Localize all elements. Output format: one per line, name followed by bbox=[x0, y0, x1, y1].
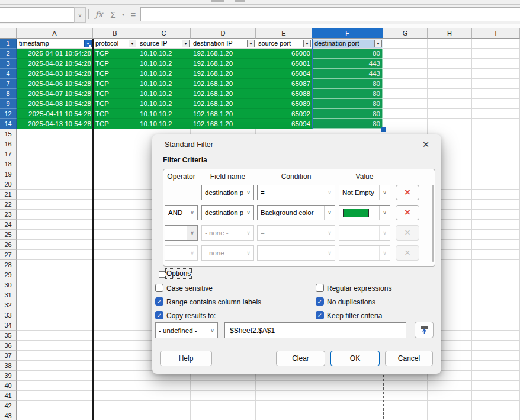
cell-destination_port[interactable]: 80 bbox=[312, 99, 383, 109]
autofilter-icon-C[interactable]: ▼ bbox=[182, 40, 190, 47]
cell-timestamp[interactable]: 2025-04-08 10:54:28 bbox=[17, 99, 93, 109]
row-header-14[interactable]: 14 bbox=[0, 119, 17, 129]
row-header-2[interactable]: 2 bbox=[0, 49, 17, 59]
row-header-26[interactable]: 26 bbox=[0, 240, 17, 250]
cell-protocol[interactable]: TCP bbox=[93, 59, 137, 69]
cell-source_port[interactable]: 65084 bbox=[256, 69, 312, 79]
collapse-icon[interactable] bbox=[159, 271, 165, 278]
field-name-select-2[interactable]: destination p ∨ bbox=[201, 205, 254, 220]
column-header-H[interactable]: H bbox=[428, 28, 472, 39]
cell-source_ip[interactable]: 10.10.10.2 bbox=[137, 59, 191, 69]
chevron-down-icon[interactable]: ∨ bbox=[379, 246, 390, 260]
chevron-down-icon[interactable]: ∨ bbox=[243, 246, 253, 260]
cell-source_port[interactable]: 65094 bbox=[256, 119, 312, 129]
cell-destination_port[interactable]: 80 bbox=[312, 119, 383, 129]
row-header-25[interactable]: 25 bbox=[0, 230, 17, 240]
row-header-42[interactable]: 42 bbox=[0, 401, 17, 411]
cell-timestamp[interactable]: 2025-04-13 10:54:28 bbox=[17, 119, 93, 129]
row-header-41[interactable]: 41 bbox=[0, 391, 17, 401]
row-header-40[interactable]: 40 bbox=[0, 381, 17, 391]
cell-protocol[interactable]: TCP bbox=[93, 89, 137, 99]
copy-target-input[interactable] bbox=[224, 322, 406, 338]
field-name-select-1[interactable]: destination p ∨ bbox=[201, 185, 254, 200]
row-header-29[interactable]: 29 bbox=[0, 270, 17, 280]
field-name-select-4[interactable]: - none - ∨ bbox=[201, 245, 254, 261]
cancel-button[interactable]: Cancel bbox=[385, 351, 433, 366]
checkbox-range-contains-column-labels[interactable]: ✓ bbox=[155, 297, 163, 306]
row-header-31[interactable]: 31 bbox=[0, 290, 17, 300]
column-header-E[interactable]: E bbox=[256, 28, 312, 39]
value-color-select-2[interactable]: ∨ bbox=[339, 205, 390, 220]
row-header-38[interactable]: 38 bbox=[0, 361, 17, 371]
condition-select-3[interactable]: = ∨ bbox=[257, 225, 335, 241]
options-expander-label[interactable]: Options bbox=[166, 270, 191, 278]
row-header-17[interactable]: 17 bbox=[0, 149, 17, 159]
operator-select-2[interactable]: AND ∨ bbox=[165, 205, 198, 220]
cell-source_port[interactable]: 65080 bbox=[256, 49, 312, 59]
column-header-B[interactable]: B bbox=[93, 28, 137, 39]
cell-timestamp[interactable]: 2025-04-06 10:54:28 bbox=[17, 79, 93, 89]
name-box-dropdown-icon[interactable]: ∨ bbox=[74, 7, 86, 23]
autofilter-icon-B[interactable]: ▼ bbox=[129, 40, 136, 47]
cell-source_port[interactable]: 65088 bbox=[256, 89, 312, 99]
autofilter-icon-D[interactable]: ▼ bbox=[247, 40, 255, 47]
condition-select-1[interactable]: = ∨ bbox=[257, 185, 335, 200]
cell-source_port[interactable]: 65087 bbox=[256, 79, 312, 89]
row-header-3[interactable]: 3 bbox=[0, 59, 17, 69]
cell-timestamp[interactable]: 2025-04-01 10:54:28 bbox=[17, 49, 93, 59]
row-header-39[interactable]: 39 bbox=[0, 371, 17, 381]
row-header-18[interactable]: 18 bbox=[0, 159, 17, 169]
cell-timestamp[interactable]: 2025-04-07 10:54:28 bbox=[17, 89, 93, 99]
column-header-D[interactable]: D bbox=[191, 28, 256, 39]
chevron-down-icon[interactable]: ∨ bbox=[379, 185, 390, 200]
chevron-down-icon[interactable]: ∨ bbox=[325, 246, 335, 260]
column-header-C[interactable]: C bbox=[137, 28, 191, 39]
header-cell-C[interactable]: source IP▼ bbox=[137, 39, 191, 49]
checkbox-case-sensitive[interactable] bbox=[155, 284, 163, 292]
cell-destination_port[interactable]: 443 bbox=[312, 69, 383, 79]
help-button[interactable]: Help bbox=[160, 351, 212, 366]
chevron-down-icon[interactable]: ∨ bbox=[187, 246, 197, 260]
cell-destination_port[interactable]: 80 bbox=[312, 49, 383, 59]
cell-destination_port[interactable]: 80 bbox=[312, 109, 383, 119]
fill-handle[interactable] bbox=[381, 127, 386, 132]
cell-protocol[interactable]: TCP bbox=[93, 109, 137, 119]
cell-timestamp[interactable]: 2025-04-03 10:54:28 bbox=[17, 69, 93, 79]
cell-destination_port[interactable]: 80 bbox=[312, 79, 383, 89]
chevron-down-icon[interactable]: ∨ bbox=[379, 226, 390, 240]
row-header-12[interactable]: 12 bbox=[0, 109, 17, 119]
chevron-down-icon[interactable]: ∨ bbox=[325, 185, 335, 200]
cell-destination_ip[interactable]: 192.168.1.20 bbox=[191, 49, 256, 59]
row-header-37[interactable]: 37 bbox=[0, 351, 17, 361]
cell-source_port[interactable]: 65081 bbox=[256, 59, 312, 69]
cell-destination_ip[interactable]: 192.168.1.20 bbox=[191, 89, 256, 99]
chevron-down-icon[interactable]: ∨ bbox=[325, 226, 335, 240]
cell-timestamp[interactable]: 2025-04-11 10:54:28 bbox=[17, 109, 93, 119]
field-name-select-3[interactable]: - none - ∨ bbox=[201, 225, 254, 241]
checkbox-no-duplications[interactable]: ✓ bbox=[316, 297, 324, 306]
function-wizard-icon[interactable]: ƒx bbox=[93, 7, 105, 21]
chevron-down-icon[interactable]: ∨ bbox=[243, 226, 253, 240]
operator-select-3[interactable]: ∨ bbox=[165, 225, 198, 241]
row-header-27[interactable]: 27 bbox=[0, 250, 17, 260]
column-header-F[interactable]: F bbox=[312, 28, 383, 39]
row-header-16[interactable]: 16 bbox=[0, 139, 17, 149]
checkbox-keep-filter-criteria[interactable]: ✓ bbox=[316, 311, 324, 319]
chevron-down-icon[interactable]: ∨ bbox=[379, 206, 390, 220]
cell-destination_port[interactable]: 80 bbox=[312, 89, 383, 99]
cell-source_ip[interactable]: 10.10.10.2 bbox=[137, 99, 191, 109]
cell-protocol[interactable]: TCP bbox=[93, 119, 137, 129]
row-header-34[interactable]: 34 bbox=[0, 320, 17, 331]
row-header-1[interactable]: 1 bbox=[0, 39, 17, 49]
cell-destination_ip[interactable]: 192.168.1.20 bbox=[191, 69, 256, 79]
shrink-button[interactable] bbox=[415, 322, 434, 338]
row-header-33[interactable]: 33 bbox=[0, 310, 17, 320]
sum-dropdown-icon[interactable]: ▾ bbox=[120, 7, 127, 21]
cell-protocol[interactable]: TCP bbox=[93, 69, 137, 79]
row-header-9[interactable]: 9 bbox=[0, 99, 17, 109]
row-header-8[interactable]: 8 bbox=[0, 89, 17, 99]
checkbox-copy-results-to[interactable]: ✓ bbox=[155, 311, 163, 319]
cell-timestamp[interactable]: 2025-04-02 10:54:28 bbox=[17, 59, 93, 69]
value-select-3[interactable]: ∨ bbox=[339, 225, 390, 241]
row-header-24[interactable]: 24 bbox=[0, 220, 17, 230]
